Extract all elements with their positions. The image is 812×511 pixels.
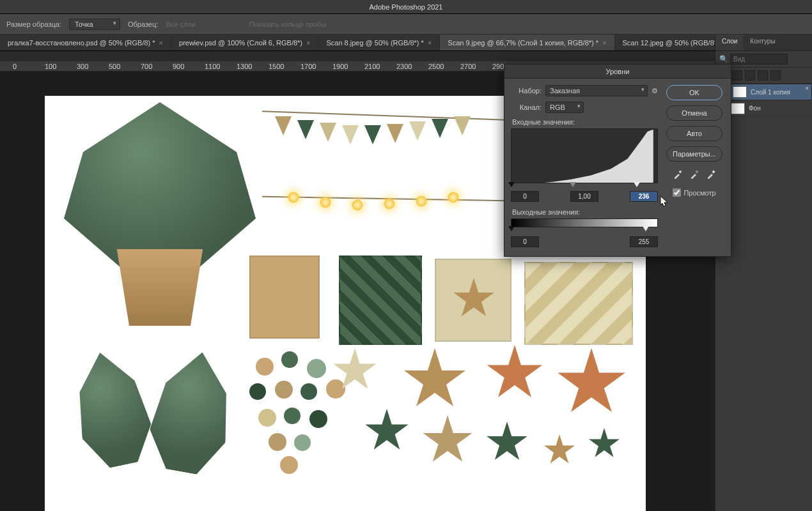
options-button[interactable]: Параметры... xyxy=(666,146,722,162)
art-star xyxy=(543,434,575,466)
art-star xyxy=(486,345,543,402)
tab-paths[interactable]: Контуры xyxy=(744,34,781,50)
histogram xyxy=(511,128,658,183)
output-black-field[interactable] xyxy=(511,236,539,247)
tab-label: Scan 12.jpeg @ 50% (RGB/8*) xyxy=(623,39,719,47)
document-tabs: ргалка7-восстановлено.psd @ 50% (RGB/8) … xyxy=(0,34,812,51)
ruler-mark: 2100 xyxy=(364,63,380,70)
filter-shape-icon[interactable] xyxy=(758,70,768,80)
art-gift xyxy=(339,256,422,345)
art-gift xyxy=(249,256,320,339)
output-black-slider[interactable] xyxy=(508,226,515,231)
cancel-button[interactable]: Отмена xyxy=(666,105,722,121)
preview-label: Просмотр xyxy=(683,189,715,197)
ruler-mark: 1300 xyxy=(237,63,252,70)
channel-dropdown[interactable]: RGB xyxy=(545,102,584,113)
white-point-slider[interactable] xyxy=(634,182,640,187)
art-star xyxy=(403,348,467,412)
layer-thumbnail xyxy=(733,86,747,98)
app-titlebar: Adobe Photoshop 2021 xyxy=(0,0,812,14)
filter-adjust-icon[interactable] xyxy=(732,70,742,80)
ruler-mark: 1900 xyxy=(332,63,348,70)
art-bulb xyxy=(448,192,459,203)
gear-icon[interactable]: ⚙ xyxy=(652,87,658,95)
channel-label: Канал: xyxy=(511,103,542,111)
input-black-field[interactable] xyxy=(511,191,539,202)
art-flag xyxy=(320,123,336,142)
levels-title: Уровни xyxy=(504,65,731,79)
art-flag xyxy=(409,121,426,141)
document-tab[interactable]: ргалка7-восстановлено.psd @ 50% (RGB/8) … xyxy=(0,34,171,50)
sample-label: Образец: xyxy=(128,20,158,28)
svg-point-1 xyxy=(696,171,698,173)
preset-dropdown[interactable]: Заказная xyxy=(545,85,648,96)
ruler-mark: 2300 xyxy=(396,63,412,70)
art-flag xyxy=(342,125,359,144)
art-bulb xyxy=(384,198,395,210)
ruler-mark: 0 xyxy=(13,63,17,70)
sample-size-label: Размер образца: xyxy=(6,20,61,28)
art-star xyxy=(556,348,627,418)
close-icon[interactable]: × xyxy=(428,39,432,47)
document-tab[interactable]: Scan 9.jpeg @ 66,7% (Слой 1 копия, RGB/8… xyxy=(440,34,614,50)
eyedropper-black-icon[interactable] xyxy=(673,169,683,179)
art-flag xyxy=(364,125,381,144)
output-white-field[interactable] xyxy=(630,236,658,247)
close-icon[interactable]: × xyxy=(306,39,310,47)
document-tab[interactable]: Scan 8.jpeg @ 50% (RGB/8*) *× xyxy=(318,34,440,50)
art-flag xyxy=(387,124,403,143)
panel-tabs: Слои Контуры xyxy=(715,34,812,51)
black-point-slider[interactable] xyxy=(508,182,515,187)
output-white-slider[interactable] xyxy=(643,226,649,231)
ok-button[interactable]: OK xyxy=(666,85,722,100)
sample-value: Все слои xyxy=(166,20,195,28)
filter-smart-icon[interactable] xyxy=(770,70,781,80)
art-star xyxy=(588,428,620,460)
layer-name: Фон xyxy=(749,105,761,112)
tab-layers[interactable]: Слои xyxy=(715,34,744,50)
ruler-mark: 900 xyxy=(173,63,184,70)
art-star xyxy=(422,415,473,466)
ruler-mark: 2500 xyxy=(428,63,444,70)
ruler-mark: 500 xyxy=(109,63,120,70)
art-bulb xyxy=(416,195,427,207)
tab-label: Scan 9.jpeg @ 66,7% (Слой 1 копия, RGB/8… xyxy=(448,39,598,47)
layer-search-input[interactable] xyxy=(730,54,788,65)
ruler-mark: 700 xyxy=(141,63,152,70)
preview-checkbox[interactable]: Просмотр xyxy=(673,188,715,197)
tab-label: ргалка7-восстановлено.psd @ 50% (RGB/8) … xyxy=(8,39,155,47)
output-sliders xyxy=(511,226,658,233)
document-tab[interactable]: prewiev.psd @ 100% (Слой 6, RGB/8*)× xyxy=(171,34,318,50)
filter-type-icon[interactable] xyxy=(745,70,755,80)
ruler-mark: 1500 xyxy=(269,63,284,70)
art-pot xyxy=(109,249,211,326)
preset-label: Набор: xyxy=(511,87,542,95)
auto-button[interactable]: Авто xyxy=(666,126,722,141)
layer-name: Слой 1 копия xyxy=(751,89,790,96)
art-flag xyxy=(432,119,448,138)
art-flag xyxy=(297,120,314,139)
tab-label: prewiev.psd @ 100% (Слой 6, RGB/8*) xyxy=(179,39,302,47)
tab-label: Scan 8.jpeg @ 50% (RGB/8*) * xyxy=(326,39,423,47)
sample-size-dropdown[interactable]: Точка xyxy=(69,19,120,30)
ruler-mark: 1100 xyxy=(205,63,220,70)
input-gamma-field[interactable] xyxy=(570,191,598,202)
ruler-mark: 1700 xyxy=(301,63,316,70)
input-values-label: Входные значения: xyxy=(512,118,658,126)
preview-checkbox-input[interactable] xyxy=(673,188,681,197)
layer-thumbnail xyxy=(731,103,745,114)
art-flag xyxy=(454,116,471,135)
art-bulb xyxy=(320,197,331,208)
eyedropper-gray-icon[interactable] xyxy=(689,169,699,179)
art-branch xyxy=(65,346,158,473)
gamma-slider[interactable] xyxy=(570,182,576,187)
close-icon[interactable]: × xyxy=(159,39,163,47)
eyedropper-white-icon[interactable] xyxy=(706,169,716,179)
close-icon[interactable]: × xyxy=(602,39,606,47)
svg-point-0 xyxy=(679,171,682,173)
show-ring-label: Показать кольцо пробы xyxy=(249,20,327,28)
input-sliders xyxy=(511,182,658,188)
art-bulb xyxy=(288,192,299,203)
levels-dialog[interactable]: Уровни Набор: Заказная ⚙ Канал: RGB Вход… xyxy=(504,64,731,257)
input-white-field[interactable] xyxy=(630,191,658,202)
